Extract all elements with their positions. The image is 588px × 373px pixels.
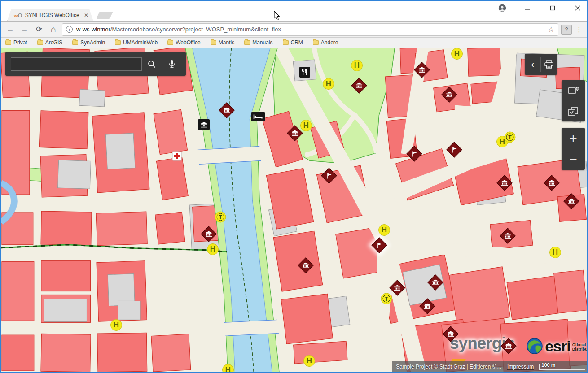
attribution-text: Sample Project © Stadt Graz | Editieren … [396, 364, 503, 370]
zoom-in-button[interactable]: + [562, 128, 585, 149]
map-canvas[interactable]: ‹ + − synergis esri Offici [1, 48, 587, 372]
folder-icon [115, 40, 121, 45]
address-bar[interactable]: i w-ws-wintner/Mastercodebase/synserver?… [62, 23, 558, 36]
reload-icon[interactable]: ⟳ [33, 24, 45, 35]
marker-stop[interactable]: H [303, 355, 315, 367]
scale-bar: 100 m [539, 364, 585, 370]
folder-icon [211, 40, 216, 45]
legend-icon[interactable] [562, 101, 585, 121]
bookmark-star-icon[interactable]: ☆ [548, 25, 554, 34]
browser-tab[interactable]: wO SYNERGIS WebOffice ✕ [7, 9, 93, 21]
back-icon[interactable]: ← [4, 24, 16, 35]
marker-taxi[interactable]: T [505, 132, 516, 143]
bookmark-folder[interactable]: Manuals [244, 39, 272, 46]
browser-window: wO SYNERGIS WebOffice ✕ ← → ⟳ ⌂ i w-ws-w… [0, 0, 588, 373]
marker-stop[interactable]: H [451, 48, 463, 60]
marker-stop[interactable]: H [110, 319, 122, 331]
bookmark-folder[interactable]: Andere [313, 39, 338, 46]
tab-close-icon[interactable]: ✕ [83, 12, 89, 18]
close-button[interactable] [571, 3, 584, 13]
esri-globe-icon [526, 338, 543, 355]
bookmark-label: Mantis [219, 39, 234, 46]
folder-icon [313, 40, 319, 45]
marker-stop[interactable]: H [207, 243, 219, 255]
bookmarks-bar: PrivatArcGISSynAdminUMAdminWebWebOfficeM… [1, 38, 587, 48]
home-icon[interactable]: ⌂ [48, 24, 59, 35]
bookmark-label: ArcGIS [45, 39, 63, 46]
browser-toolbar: ← → ⟳ ⌂ i w-ws-wintner/Mastercodebase/sy… [1, 21, 587, 38]
search-input[interactable] [11, 57, 142, 71]
marker-taxi[interactable]: T [215, 212, 226, 223]
marker-stop[interactable]: H [351, 60, 363, 71]
impressum-link[interactable]: Impressum [507, 364, 534, 370]
folder-icon [37, 40, 43, 45]
search-panel [5, 52, 186, 76]
extension-button[interactable]: ? [561, 25, 572, 35]
collapse-panel-icon[interactable]: ‹ [525, 56, 540, 74]
marker-pharmacy[interactable] [172, 152, 182, 161]
marker-museum-black[interactable] [198, 119, 210, 130]
mouse-cursor [274, 11, 280, 21]
print-panel: ‹ [525, 54, 557, 75]
esri-logo: esri OfficialDistributor [526, 338, 587, 355]
search-icon[interactable] [142, 55, 162, 73]
bookmark-folder[interactable]: Privat [5, 39, 27, 46]
bookmark-folder[interactable]: CRM [283, 39, 303, 46]
bookmark-label: Privat [13, 39, 27, 46]
marker-taxi[interactable]: T [381, 293, 392, 304]
titlebar: wO SYNERGIS WebOffice ✕ [1, 1, 587, 21]
bookmark-label: UMAdminWeb [123, 39, 158, 46]
marker-stop[interactable]: H [549, 247, 561, 258]
print-icon[interactable] [541, 56, 557, 74]
basemap-switcher-icon[interactable] [562, 80, 585, 101]
marker-stop[interactable]: H [323, 78, 334, 90]
folder-icon [72, 40, 78, 45]
bookmark-label: Manuals [252, 39, 272, 46]
bookmark-folder[interactable]: UMAdminWeb [115, 39, 158, 46]
folder-icon [283, 40, 289, 45]
bookmark-folder[interactable]: ArcGIS [37, 39, 63, 46]
profile-icon[interactable] [496, 3, 509, 13]
url-text: w-ws-wintner/Mastercodebase/synserver?pr… [76, 26, 544, 33]
folder-icon [244, 40, 250, 45]
tab-favicon: wO [14, 12, 22, 19]
zoom-panel: + − [562, 128, 585, 170]
bookmark-folder[interactable]: Mantis [211, 39, 234, 46]
forward-icon[interactable]: → [19, 24, 31, 35]
microphone-icon[interactable] [162, 55, 182, 73]
map-tools-panel [562, 80, 585, 121]
marker-stop[interactable]: H [300, 120, 312, 131]
marker-restaurant[interactable] [299, 67, 310, 78]
bookmark-label: Andere [321, 39, 338, 46]
marker-stop[interactable]: H [378, 224, 390, 236]
bookmark-label: SynAdmin [80, 39, 105, 46]
folder-icon [167, 40, 173, 45]
basemap-layer [1, 48, 587, 372]
marker-hotel[interactable] [251, 112, 265, 121]
zoom-out-button[interactable]: − [562, 149, 585, 170]
folder-icon [5, 40, 11, 45]
minimize-button[interactable] [521, 3, 534, 13]
tab-title: SYNERGIS WebOffice [25, 12, 80, 18]
new-tab-button[interactable] [96, 12, 113, 19]
maximize-button[interactable] [546, 3, 559, 13]
menu-icon[interactable]: ⋮ [575, 26, 584, 34]
bookmark-label: WebOffice [176, 39, 201, 46]
map-statusbar: Sample Project © Stadt Graz | Editieren … [392, 361, 587, 372]
bookmark-label: CRM [291, 39, 303, 46]
page-info-icon[interactable]: i [66, 26, 73, 33]
bookmark-folder[interactable]: WebOffice [167, 39, 201, 46]
bookmark-folder[interactable]: SynAdmin [72, 39, 105, 46]
